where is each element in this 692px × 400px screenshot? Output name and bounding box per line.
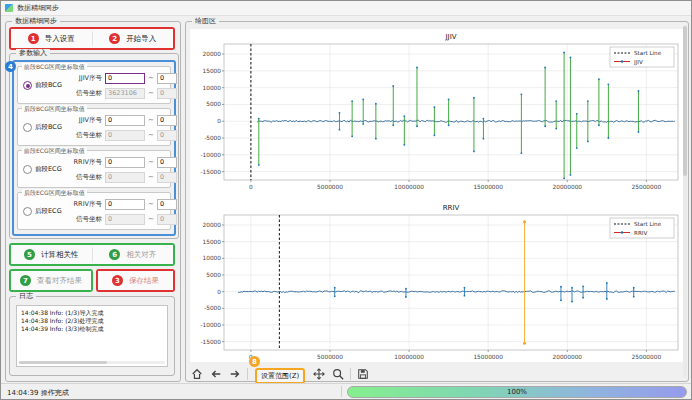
svg-text:20000: 20000 [203,222,222,228]
zoom-icon[interactable] [331,367,345,381]
front-bcg-section-title: 前段BCG区间坐标取值 [22,63,87,71]
front-ecg-coord-from-input[interactable] [105,172,145,183]
svg-text:0: 0 [249,184,253,190]
import-buttons-annotation: 1 导入设置 2 开始导入 [9,27,175,50]
log-entry: 14:04:38 Info: (1/3)导入完成 [21,309,163,317]
rear-bcg-jjiv-from-input[interactable] [105,115,145,126]
rear-ecg-coord-from-input[interactable] [105,214,145,225]
log-horizontal-scrollbar[interactable] [19,361,165,364]
jjiv-index-label: JJIV序号 [66,116,102,125]
svg-text:-10000: -10000 [200,322,221,328]
rear-ecg-radio[interactable]: 后段ECG [23,207,62,216]
front-bcg-jjiv-from-input[interactable] [105,73,145,84]
svg-text:25000000: 25000000 [632,184,662,190]
svg-text:RRIV: RRIV [634,230,647,236]
start-import-button[interactable]: 2 开始导入 [93,29,174,48]
front-bcg-radio-label: 前段BCG [35,81,62,90]
rear-ecg-section-title: 后段ECG区间坐标取值 [22,189,87,197]
rriv-chart[interactable]: 0500000010000000150000002000000025000000… [190,200,686,366]
params-annotation: 前段BCG区间坐标取值 前段BCG JJIV序号 ~ 信号坐标 ~ [12,60,176,236]
svg-text:-10000: -10000 [200,152,221,158]
import-settings-label: 导入设置 [45,34,75,44]
correlation-align-button[interactable]: 6 相关对齐 [93,245,174,264]
home-icon[interactable] [190,367,204,381]
rear-ecg-coord-to-input[interactable] [157,214,177,225]
front-ecg-section: 前段ECG区间坐标取值 前段ECG RRIV序号 ~ 信号坐标 ~ [17,150,171,188]
front-bcg-coord-to-input[interactable] [157,88,177,99]
rear-bcg-radio[interactable]: 后段BCG [23,123,62,132]
svg-text:15000000: 15000000 [473,354,503,360]
rear-bcg-jjiv-to-input[interactable] [157,115,177,126]
rear-ecg-rriv-from-input[interactable] [105,199,145,210]
scrollbar-thumb[interactable] [683,26,687,176]
compute-correlation-button[interactable]: 5 计算相关性 [11,245,92,264]
step-badge-4: 4 [5,61,16,72]
figure-canvas[interactable]: 0500000010000000150000002000000025000000… [190,29,686,362]
compute-correlation-label: 计算相关性 [41,250,79,260]
save-figure-icon[interactable] [356,367,370,381]
rriv-index-label: RRIV序号 [66,158,102,167]
rear-bcg-section: 后段BCG区间坐标取值 后段BCG JJIV序号 ~ 信号坐标 ~ [17,108,171,146]
step-badge-1: 1 [28,33,39,44]
rear-bcg-coord-to-input[interactable] [157,130,177,141]
range-separator: ~ [148,158,154,166]
svg-text:JJIV: JJIV [445,33,457,41]
svg-text:-5000: -5000 [204,135,221,141]
front-bcg-coord-from-input[interactable] [105,88,145,99]
step-badge-7: 7 [20,275,31,286]
rear-ecg-radio-label: 后段ECG [35,207,62,216]
compute-buttons-annotation: 5 计算相关性 6 相关对齐 [9,243,175,266]
save-result-button[interactable]: 3 保存结果 [98,271,173,290]
toolbar-separator [350,368,351,380]
view-align-result-button[interactable]: 7 查看对齐结果 [11,271,91,290]
front-bcg-jjiv-to-input[interactable] [157,73,177,84]
front-ecg-coord-to-input[interactable] [157,172,177,183]
save-result-label: 保存结果 [129,276,159,286]
svg-text:Start Line: Start Line [634,221,662,227]
range-separator: ~ [148,131,154,139]
svg-text:JJIV: JJIV [633,59,643,66]
jjiv-index-label: JJIV序号 [66,74,102,83]
front-ecg-rriv-to-input[interactable] [157,157,177,168]
signal-coord-label: 信号坐标 [66,89,102,98]
set-range-button[interactable]: 设置范围(Z) [255,368,305,384]
svg-text:5000: 5000 [206,272,221,278]
import-settings-button[interactable]: 1 导入设置 [11,29,92,48]
rear-bcg-radio-label: 后段BCG [35,123,62,132]
range-separator: ~ [148,173,154,181]
front-ecg-radio-circle[interactable] [23,165,32,174]
log-area[interactable]: 14:04:38 Info: (1/3)导入完成 14:04:38 Info: … [16,305,168,367]
front-bcg-radio[interactable]: 前段BCG [23,81,62,90]
jjiv-chart[interactable]: 0500000010000000150000002000000025000000… [190,29,686,196]
rear-bcg-coord-from-input[interactable] [105,130,145,141]
forward-icon[interactable] [228,367,242,381]
rear-ecg-section: 后段ECG区间坐标取值 后段ECG RRIV序号 ~ 信号坐标 ~ [17,192,171,230]
svg-text:0: 0 [217,289,221,295]
window-title: 数据精细同步 [17,3,59,13]
front-ecg-rriv-from-input[interactable] [105,157,145,168]
step-badge-3: 3 [112,275,123,286]
svg-text:10000000: 10000000 [394,354,424,360]
front-ecg-radio[interactable]: 前段ECG [23,165,62,174]
signal-coord-label: 信号坐标 [66,215,102,224]
app-icon [5,4,13,12]
save-result-annotation: 3 保存结果 [96,269,175,292]
vertical-scrollbar[interactable] [683,25,687,378]
back-icon[interactable] [209,367,223,381]
front-ecg-section-title: 前段ECG区间坐标取值 [22,147,87,155]
front-bcg-radio-circle[interactable] [23,81,32,90]
log-scrollbar-thumb[interactable] [19,361,107,364]
rear-ecg-radio-circle[interactable] [23,207,32,216]
log-entry: 14:04:39 Info: (3/3)绘制完成 [21,325,163,333]
start-import-label: 开始导入 [126,34,156,44]
rear-ecg-rriv-to-input[interactable] [157,199,177,210]
correlation-align-label: 相关对齐 [126,250,156,260]
statusbar: 14:04:39 操作完成 100% [1,383,691,399]
log-group-title: 日志 [16,292,36,301]
rear-bcg-radio-circle[interactable] [23,123,32,132]
svg-text:15000000: 15000000 [473,184,503,190]
svg-text:10000: 10000 [203,255,222,261]
svg-text:-15000: -15000 [200,339,221,345]
svg-text:0: 0 [217,118,221,124]
pan-icon[interactable] [312,367,326,381]
